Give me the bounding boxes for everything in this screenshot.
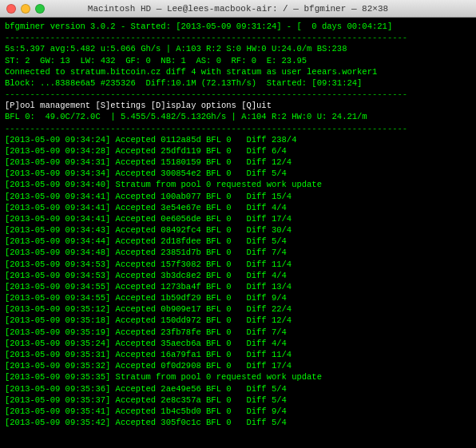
terminal-line: 5s:5.397 avg:5.482 u:5.066 Gh/s | A:103 … bbox=[5, 43, 471, 54]
window-title: Macintosh HD — Lee@lees-macbook-air: / —… bbox=[88, 4, 388, 14]
terminal-line: [2013-05-09 09:34:34] Accepted 300854e2 … bbox=[5, 168, 471, 179]
terminal-line: [2013-05-09 09:34:40] Stratum from pool … bbox=[5, 179, 471, 190]
terminal-line: [2013-05-09 09:34:41] Accepted 0e6056de … bbox=[5, 213, 471, 224]
terminal-line: [2013-05-09 09:34:53] Accepted 3b3dc8e2 … bbox=[5, 270, 471, 281]
terminal-line: [2013-05-09 09:35:12] Accepted 0b909e17 … bbox=[5, 303, 471, 315]
terminal: bfgminer version 3.0.2 - Started: [2013-… bbox=[0, 18, 476, 448]
terminal-line: [2013-05-09 09:35:37] Accepted 2e8c357a … bbox=[5, 394, 471, 406]
terminal-line: [2013-05-09 09:35:18] Accepted 150dd972 … bbox=[5, 315, 471, 326]
terminal-line: [2013-05-09 09:34:24] Accepted 0112a85d … bbox=[5, 134, 471, 145]
terminal-line: [2013-05-09 09:35:19] Accepted 23fb78fe … bbox=[5, 327, 471, 338]
terminal-line: [2013-05-09 09:34:55] Accepted 1b59df29 … bbox=[5, 292, 471, 303]
terminal-line: Connected to stratum.bitcoin.cz diff 4 w… bbox=[5, 66, 471, 77]
close-button[interactable] bbox=[6, 4, 16, 14]
terminal-line: [2013-05-09 09:35:31] Accepted 16a79fa1 … bbox=[5, 349, 471, 360]
terminal-line: [2013-05-09 09:34:41] Accepted 100ab077 … bbox=[5, 191, 471, 202]
terminal-line: [2013-05-09 09:35:36] Accepted 2ae49e56 … bbox=[5, 383, 471, 394]
terminal-line: [2013-05-09 09:34:41] Accepted 3e54e67e … bbox=[5, 202, 471, 213]
terminal-line: [2013-05-09 09:34:55] Accepted 1273ba4f … bbox=[5, 281, 471, 292]
minimize-button[interactable] bbox=[21, 4, 30, 14]
traffic-lights bbox=[6, 4, 45, 14]
terminal-line: ST: 2 GW: 13 LW: 432 GF: 0 NB: 1 AS: 0 R… bbox=[5, 55, 471, 66]
terminal-line: ----------------------------------------… bbox=[5, 32, 471, 43]
terminal-line: [2013-05-09 09:34:44] Accepted 2d18fdee … bbox=[5, 236, 471, 247]
maximize-button[interactable] bbox=[35, 4, 45, 14]
terminal-line: [2013-05-09 09:34:28] Accepted 25dfd119 … bbox=[5, 145, 471, 157]
terminal-line: [2013-05-09 09:34:31] Accepted 15180159 … bbox=[5, 157, 471, 168]
terminal-line: [2013-05-09 09:35:42] Accepted 305f0c1c … bbox=[5, 417, 471, 428]
terminal-line: ----------------------------------------… bbox=[5, 89, 471, 100]
terminal-line: bfgminer version 3.0.2 - Started: [2013-… bbox=[5, 21, 471, 32]
terminal-line: [P]ool management [S]ettings [D]isplay o… bbox=[5, 100, 471, 111]
terminal-line: Block: ...8388e6a5 #235326 Diff:10.1M (7… bbox=[5, 77, 471, 89]
terminal-line: [2013-05-09 09:35:32] Accepted 0f0d2908 … bbox=[5, 360, 471, 371]
terminal-line: BFL 0: 49.0C/72.0C | 5.455/5.482/5.132Gh… bbox=[5, 111, 471, 122]
terminal-line: [2013-05-09 09:35:41] Accepted 1b4c5bd0 … bbox=[5, 406, 471, 417]
terminal-line: ----------------------------------------… bbox=[5, 123, 471, 134]
terminal-line: [2013-05-09 09:34:53] Accepted 157f3082 … bbox=[5, 259, 471, 270]
terminal-line: [2013-05-09 09:34:43] Accepted 08492fc4 … bbox=[5, 224, 471, 236]
terminal-line: [2013-05-09 09:35:35] Stratum from pool … bbox=[5, 371, 471, 383]
title-bar: Macintosh HD — Lee@lees-macbook-air: / —… bbox=[0, 0, 476, 18]
terminal-line: [2013-05-09 09:34:48] Accepted 23851d7b … bbox=[5, 247, 471, 258]
terminal-line: [2013-05-09 09:35:24] Accepted 35aecb6a … bbox=[5, 338, 471, 349]
